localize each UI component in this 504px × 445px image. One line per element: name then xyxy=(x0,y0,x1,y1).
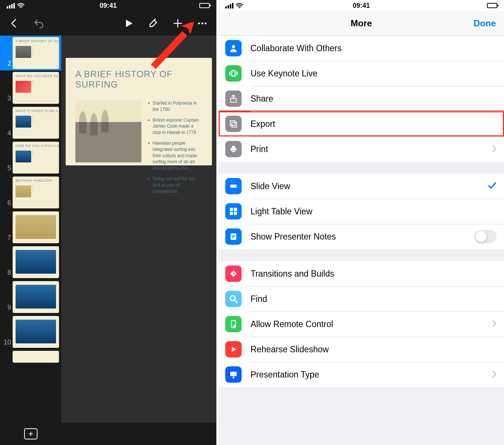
collaborate-icon xyxy=(225,40,242,56)
svg-point-4 xyxy=(198,23,200,24)
transition-icon xyxy=(225,266,242,282)
menu-label: Allow Remote Control xyxy=(251,319,492,329)
menu-row-prestype[interactable]: Presentation Type xyxy=(219,362,504,387)
thumbnail-slide-2[interactable]: 2 A BRIEF HISTORY OF SURFING•••• xyxy=(0,36,61,70)
nav-header: More Done xyxy=(219,11,504,36)
menu-label: Collaborate With Others xyxy=(251,43,497,53)
undo-button[interactable] xyxy=(31,16,46,31)
slide-title[interactable]: A BRIEF HISTORY OF SURFING xyxy=(75,69,202,90)
menu-label: Share xyxy=(251,94,497,104)
play-button[interactable] xyxy=(121,16,136,31)
svg-point-5 xyxy=(202,23,203,24)
svg-rect-22 xyxy=(234,208,237,211)
menu-label: Slide View xyxy=(251,181,488,191)
format-brush-button[interactable] xyxy=(146,16,161,31)
svg-rect-37 xyxy=(230,372,236,376)
thumbnail-slide-7[interactable]: 7 xyxy=(0,210,61,245)
slide-bullet[interactable]: Today, we surf for fun and as part of co… xyxy=(148,176,202,194)
menu-row-find[interactable]: Find xyxy=(219,286,504,312)
toggle-switch[interactable] xyxy=(474,230,497,243)
menu-row-notes[interactable]: Show Presenter Notes xyxy=(219,224,504,249)
status-clock: 09:41 xyxy=(219,2,504,10)
slide-canvas[interactable]: A BRIEF HISTORY OF SURFING Started in Po… xyxy=(61,36,216,423)
svg-rect-15 xyxy=(230,121,235,125)
menu-row-collaborate[interactable]: Collaborate With Others xyxy=(219,36,504,61)
add-button[interactable] xyxy=(170,16,185,31)
share-icon xyxy=(225,90,242,107)
thumbnail-slide-4[interactable]: 4 WHAT IT TAKES TO BE A SURFER•••• xyxy=(0,105,61,140)
menu-row-rehearse[interactable]: Rehearse Slideshow xyxy=(219,337,504,362)
lighttable-icon xyxy=(225,203,242,220)
thumbnail-footer xyxy=(0,423,61,445)
svg-marker-1 xyxy=(126,20,133,27)
slide-bullet[interactable]: Hawaiian people integrated surfing into … xyxy=(148,140,202,171)
menu-label: Use Keynote Live xyxy=(251,69,497,79)
menu-row-print[interactable]: Print xyxy=(219,136,504,162)
svg-rect-18 xyxy=(232,146,235,148)
menu-label: Export xyxy=(251,119,497,129)
status-clock: 09:41 xyxy=(0,2,216,10)
remote-icon xyxy=(225,316,242,332)
slideview-icon xyxy=(225,178,242,194)
menu-label: Presentation Type xyxy=(251,370,492,380)
add-slide-button[interactable] xyxy=(24,428,37,439)
thumbnail-slide-3[interactable]: 3 WHAT DO YOU NEED TO SURF?••• xyxy=(0,70,61,105)
menu-row-share[interactable]: Share xyxy=(219,86,504,111)
status-bar-right: 09:41 xyxy=(219,0,504,11)
svg-rect-13 xyxy=(232,70,235,76)
menu-label: Find xyxy=(251,294,497,304)
menu-label: Rehearse Slideshow xyxy=(251,345,497,355)
thumbnail-slide-5[interactable]: 5 HOW DO YOU CATCH A WAVE?•••• xyxy=(0,140,61,175)
nav-title: More xyxy=(351,18,372,29)
current-slide[interactable]: A BRIEF HISTORY OF SURFING Started in Po… xyxy=(66,58,212,165)
svg-rect-20 xyxy=(230,185,236,188)
svg-point-12 xyxy=(232,45,235,48)
checkmark-icon xyxy=(488,182,497,191)
print-icon xyxy=(225,141,242,157)
more-button[interactable] xyxy=(195,16,210,31)
menu-label: Print xyxy=(251,144,492,154)
slide-image[interactable] xyxy=(75,100,141,162)
svg-rect-16 xyxy=(232,122,237,127)
thumbnail-slide-9[interactable]: 9 xyxy=(0,280,61,314)
more-menu-screen: 09:41 More Done Collaborate With OthersU… xyxy=(219,0,504,445)
svg-rect-21 xyxy=(230,208,233,211)
live-icon xyxy=(225,65,242,82)
keynote-editor-screen: 09:41 xyxy=(0,0,216,445)
thumbnail-slide-10[interactable]: 10 xyxy=(0,314,61,349)
menu-row-slideview[interactable]: Slide View xyxy=(219,174,504,199)
editor-toolbar xyxy=(0,11,216,36)
menu-row-lighttable[interactable]: Light Table View xyxy=(219,199,504,224)
chevron-right-icon xyxy=(492,319,497,330)
slide-bullet[interactable]: British explorer Captain James Cook made… xyxy=(148,117,202,136)
prestype-icon xyxy=(225,366,242,383)
battery-icon xyxy=(199,3,210,8)
more-menu-list[interactable]: Collaborate With OthersUse Keynote LiveS… xyxy=(219,36,504,445)
menu-label: Transitions and Builds xyxy=(251,269,497,279)
svg-point-6 xyxy=(204,23,206,24)
svg-marker-36 xyxy=(232,347,236,352)
status-bar-left: 09:41 xyxy=(0,0,216,11)
battery-icon xyxy=(487,3,497,8)
menu-row-remote[interactable]: Allow Remote Control xyxy=(219,312,504,337)
menu-row-export[interactable]: Export xyxy=(219,111,504,136)
done-button[interactable]: Done xyxy=(474,18,496,29)
thumbnail-slide-8[interactable]: 8 xyxy=(0,245,61,280)
back-button[interactable] xyxy=(7,16,22,31)
notes-icon xyxy=(225,228,242,245)
svg-rect-19 xyxy=(232,150,235,152)
svg-line-32 xyxy=(235,300,237,303)
svg-marker-35 xyxy=(234,326,235,327)
menu-label: Light Table View xyxy=(251,207,497,217)
chevron-right-icon xyxy=(492,369,497,380)
menu-row-live[interactable]: Use Keynote Live xyxy=(219,61,504,86)
svg-rect-23 xyxy=(230,212,233,215)
menu-label: Show Presenter Notes xyxy=(251,232,474,242)
thumbnail-slide-6[interactable]: 6 BETHANY HAMILTON••• xyxy=(0,175,61,210)
svg-rect-24 xyxy=(234,212,237,215)
menu-row-transition[interactable]: Transitions and Builds xyxy=(219,261,504,286)
slide-bullet-list[interactable]: Started in Polynesia in the 1700 British… xyxy=(148,100,202,199)
thumbnail-slide-11[interactable] xyxy=(0,349,61,364)
slide-thumbnails[interactable]: 2 A BRIEF HISTORY OF SURFING•••• 3 WHAT … xyxy=(0,36,61,423)
slide-bullet[interactable]: Started in Polynesia in the 1700 xyxy=(148,100,202,113)
